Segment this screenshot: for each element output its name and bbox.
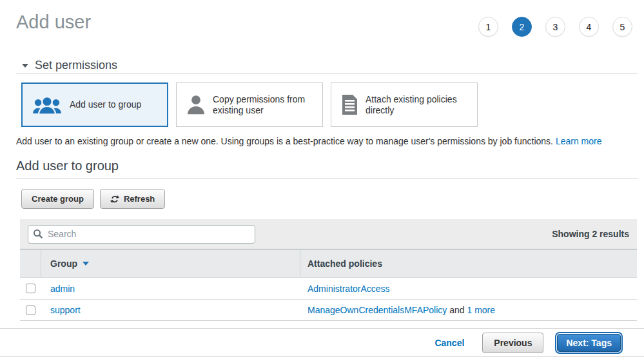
sort-desc-icon	[83, 262, 89, 266]
previous-button[interactable]: Previous	[482, 333, 543, 353]
single-user-icon	[187, 95, 205, 115]
option-label: Copy permissions from existing user	[213, 94, 317, 116]
divider	[16, 73, 638, 74]
column-header-group[interactable]: Group	[41, 249, 300, 277]
policy-document-icon	[342, 95, 358, 115]
step-2-active: 2	[512, 17, 532, 37]
option-attach-policies[interactable]: Attach existing policies directly	[331, 82, 478, 127]
wizard-footer: Cancel Previous Next: Tags	[0, 328, 644, 357]
policy-link[interactable]: ManageOwnCredentialsMFAPolicy	[307, 305, 447, 315]
table-row-admin: admin AdministratorAccess	[20, 277, 637, 299]
add-user-to-group-title: Add user to group	[16, 159, 119, 173]
group-action-buttons: Create group Refresh	[21, 189, 165, 209]
policies-cell: AdministratorAccess	[300, 284, 637, 294]
refresh-icon	[110, 195, 119, 204]
groups-table: Showing 2 results Group Attached policie…	[20, 219, 637, 321]
collapse-triangle-icon	[22, 64, 28, 68]
group-link[interactable]: admin	[50, 284, 75, 294]
option-add-user-to-group[interactable]: Add user to group	[21, 82, 168, 127]
group-link[interactable]: support	[50, 305, 81, 315]
permissions-description: Add user to an existing group or create …	[16, 136, 629, 146]
next-button-focus-ring: Next: Tags	[555, 332, 623, 354]
permission-option-cards: Add user to group Copy permissions from …	[21, 82, 478, 127]
option-label: Add user to group	[70, 99, 162, 110]
table-row-support: support ManageOwnCredentialsMFAPolicy an…	[20, 299, 637, 321]
create-group-button[interactable]: Create group	[21, 189, 94, 209]
page-title: Add user	[16, 12, 91, 33]
step-3: 3	[545, 17, 565, 37]
table-toolbar: Showing 2 results	[20, 219, 637, 249]
step-5: 5	[612, 17, 632, 37]
group-cell: support	[41, 305, 300, 315]
step-1: 1	[478, 17, 498, 37]
refresh-button[interactable]: Refresh	[100, 189, 165, 209]
group-cell: admin	[41, 284, 300, 294]
search-icon	[33, 229, 43, 242]
policy-join-text: and	[447, 305, 467, 315]
option-copy-permissions[interactable]: Copy permissions from existing user	[176, 82, 323, 127]
set-permissions-title: Set permissions	[35, 59, 117, 72]
results-count: Showing 2 results	[552, 229, 629, 239]
group-column-label: Group	[50, 258, 77, 269]
next-tags-button[interactable]: Next: Tags	[557, 334, 621, 352]
add-user-page: Add user 1 2 3 4 5 Set permissions	[0, 0, 644, 359]
row-checkbox-cell	[20, 306, 41, 315]
divider	[16, 178, 638, 179]
description-text: Add user to an existing group or create …	[16, 136, 553, 146]
row-checkbox[interactable]	[26, 284, 35, 293]
option-label: Attach existing policies directly	[366, 94, 472, 116]
search-box	[28, 225, 255, 244]
refresh-label: Refresh	[124, 194, 155, 204]
policy-more-link[interactable]: 1 more	[467, 305, 495, 315]
header-checkbox-cell	[20, 249, 41, 277]
policy-link[interactable]: AdministratorAccess	[307, 284, 390, 294]
row-checkbox[interactable]	[26, 306, 35, 315]
table-header-row: Group Attached policies	[20, 249, 637, 277]
wizard-step-indicator: 1 2 3 4 5	[478, 17, 632, 37]
policies-cell: ManageOwnCredentialsMFAPolicy and 1 more	[300, 305, 637, 315]
cancel-button[interactable]: Cancel	[434, 338, 464, 348]
user-group-icon	[32, 95, 62, 115]
learn-more-link[interactable]: Learn more	[556, 136, 602, 146]
step-4: 4	[579, 17, 599, 37]
policies-column-label: Attached policies	[307, 258, 382, 269]
set-permissions-header[interactable]: Set permissions	[22, 59, 117, 72]
column-header-attached-policies: Attached policies	[300, 249, 637, 277]
search-input[interactable]	[28, 225, 255, 244]
row-checkbox-cell	[20, 284, 41, 293]
